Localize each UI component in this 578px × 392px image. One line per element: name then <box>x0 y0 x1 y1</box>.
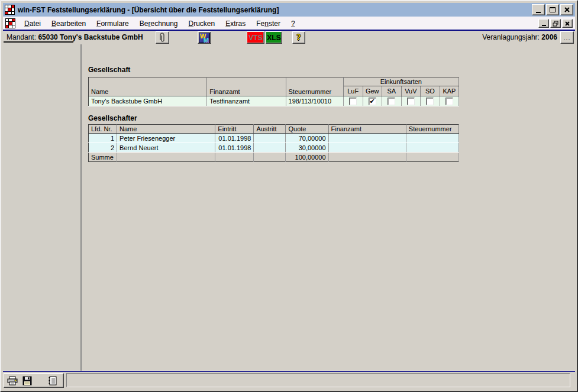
menu-bearbeiten[interactable]: Bearbeiten <box>46 18 91 30</box>
col-finanzamt: Finanzamt <box>207 77 286 96</box>
col-quote: Quote <box>286 125 328 134</box>
checkbox-luf[interactable] <box>349 98 357 105</box>
xls-export-button[interactable]: XLS <box>266 31 282 44</box>
mdi-child-icon[interactable] <box>5 18 15 28</box>
window-title: win-FST Feststellungserklärung - [Übersi… <box>18 6 279 14</box>
more-options-button[interactable]: ... <box>560 31 574 44</box>
mandant-underline <box>4 41 73 43</box>
cell-quote: 70,00000 <box>286 134 328 143</box>
notebook-icon <box>48 376 57 385</box>
gesellschafter-table: Lfd. Nr. Name Eintritt Austritt Quote Fi… <box>88 124 459 162</box>
checkbox-sa[interactable] <box>388 98 395 105</box>
checkbox-vuv[interactable] <box>407 98 415 105</box>
mdi-close-button[interactable] <box>562 19 573 28</box>
close-icon <box>564 7 570 12</box>
cell-name: Tony's Backstube GmbH <box>89 96 207 106</box>
help-button[interactable]: ? <box>292 31 305 44</box>
wm-icon: W M <box>199 33 210 43</box>
application-window: win-FST Feststellungserklärung - [Übersi… <box>0 0 578 392</box>
col-name: Name <box>89 77 207 96</box>
logo-cell <box>12 25 15 28</box>
col-so: SO <box>420 86 440 96</box>
cell-name: Peter Friesenegger <box>117 134 215 143</box>
col-name: Name <box>117 125 215 134</box>
gesellschaft-row[interactable]: Tony's Backstube GmbH Testfinanzamt 198/… <box>89 96 459 106</box>
journal-button[interactable] <box>46 375 59 387</box>
save-button[interactable] <box>21 375 34 387</box>
gesellschaft-heading: Gesellschaft <box>88 66 130 74</box>
content-area: Gesellschaft Name Finanzamt Steuernummer… <box>3 44 575 371</box>
minimize-icon <box>536 12 541 13</box>
col-luf: LuF <box>343 86 363 96</box>
cell-steuernummer <box>406 134 458 143</box>
mdi-restore-button[interactable] <box>550 19 561 28</box>
cell-steuernummer <box>406 143 458 153</box>
logo-cell <box>9 22 11 24</box>
sum-quote: 100,00000 <box>286 153 328 162</box>
cell-finanzamt: Testfinanzamt <box>207 96 286 106</box>
cell-eintritt: 01.01.1998 <box>215 143 254 153</box>
checkbox-kap[interactable] <box>445 98 453 105</box>
printer-icon <box>7 376 18 385</box>
cell-quote: 30,00000 <box>286 143 328 153</box>
col-kap: KAP <box>440 86 458 96</box>
print-button[interactable] <box>6 375 19 387</box>
sum-label: Summe <box>89 153 117 162</box>
title-bar: win-FST Feststellungserklärung - [Übersi… <box>3 3 575 17</box>
col-sa: SA <box>382 86 401 96</box>
col-eintritt: Eintritt <box>215 125 254 134</box>
assessment-year-value: 2006 <box>541 33 557 41</box>
col-vuv: VuV <box>401 86 420 96</box>
menu-items: Datei Bearbeiten Formulare Berechnung Dr… <box>19 18 301 30</box>
menu-formulare[interactable]: Formulare <box>91 18 134 30</box>
col-lfd-nr: Lfd. Nr. <box>89 125 117 134</box>
menu-extras[interactable]: Extras <box>220 18 251 30</box>
logo-cell <box>12 8 14 11</box>
restore-icon <box>553 21 558 27</box>
cell-name: Bernd Neuert <box>117 143 215 153</box>
mandant-label: Mandant: <box>7 33 36 41</box>
assessment-year-label: Veranlagungsjahr: <box>482 33 540 41</box>
menu-drucken[interactable]: Drucken <box>183 18 221 30</box>
status-bar <box>3 372 575 389</box>
mdi-minimize-button[interactable] <box>538 19 549 28</box>
col-austritt: Austritt <box>254 125 286 134</box>
logo-cell <box>6 22 8 24</box>
logo-cell <box>6 25 8 28</box>
sum-row: Summe 100,00000 <box>89 153 459 162</box>
vts-button[interactable]: VTS <box>247 31 264 44</box>
logo-cell <box>12 5 14 8</box>
menu-fenster[interactable]: Fenster <box>251 18 286 30</box>
logo-cell <box>9 25 11 28</box>
maximize-button[interactable] <box>546 4 559 15</box>
col-finanzamt: Finanzamt <box>328 125 406 134</box>
logo-cell <box>12 19 15 21</box>
menu-datei[interactable]: Datei <box>19 18 46 30</box>
toolbar: Mandant: 65030 Tony's Backstube GmbH W M… <box>3 31 575 44</box>
gesellschaft-table: Name Finanzamt Steuernummer Einkunftsart… <box>88 77 459 106</box>
menu-berechnung[interactable]: Berechnung <box>134 18 183 30</box>
logo-cell <box>8 5 11 8</box>
col-steuernummer: Steuernummer <box>406 125 458 134</box>
logo-cell <box>12 12 14 14</box>
checkbox-gew[interactable]: ✔ <box>369 98 376 105</box>
left-panel <box>3 44 82 371</box>
wm-module-button[interactable]: W M <box>198 31 211 44</box>
cell-finanzamt <box>328 134 406 143</box>
logo-cell <box>12 22 15 24</box>
cell-finanzamt <box>328 143 406 153</box>
minimize-icon <box>542 25 546 26</box>
attachment-button[interactable] <box>156 31 169 44</box>
gesellschafter-row[interactable]: 2 Bernd Neuert 01.01.1998 30,00000 <box>89 143 459 153</box>
gesellschafter-row[interactable]: 1 Peter Friesenegger 01.01.1998 70,00000 <box>89 134 459 143</box>
minimize-button[interactable] <box>532 4 545 15</box>
floppy-disk-icon <box>22 376 32 385</box>
checkbox-so[interactable] <box>426 98 434 105</box>
mandant-value: 65030 Tony's Backstube GmbH <box>38 33 143 41</box>
col-steuernummer: Steuernummer <box>286 77 343 96</box>
cell-nr: 2 <box>89 143 117 153</box>
menu-help[interactable]: ? <box>286 18 301 30</box>
maximize-icon <box>550 7 556 12</box>
col-group-einkunftsarten: Einkunftsarten <box>343 77 458 86</box>
close-button[interactable] <box>560 4 573 15</box>
